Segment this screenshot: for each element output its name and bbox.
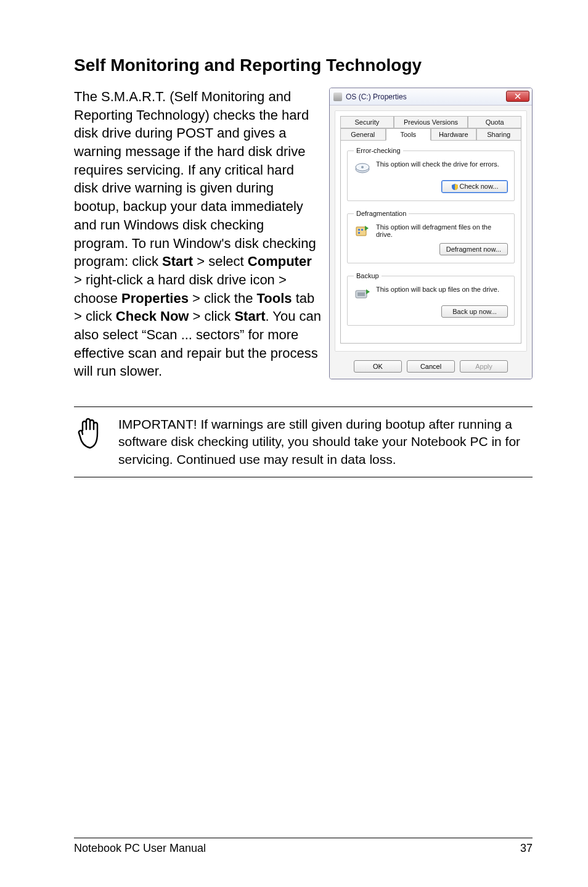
text-fragment: The S.M.A.R.T. (Self Monitoring and Repo… (74, 89, 316, 269)
drive-icon (333, 93, 342, 101)
tabs-row-front: General Tools Hardware Sharing (340, 128, 521, 141)
tab-sharing[interactable]: Sharing (476, 128, 522, 141)
footer-left: Notebook PC User Manual (74, 842, 206, 855)
text-fragment: > click the (189, 291, 257, 306)
legend-backup: Backup (354, 272, 382, 279)
svg-rect-8 (357, 292, 365, 296)
check-now-label: Check now... (460, 183, 499, 190)
shield-icon (451, 183, 459, 191)
close-button[interactable] (506, 91, 529, 102)
svg-rect-6 (358, 232, 360, 234)
backup-icon (354, 286, 371, 300)
section-heading: Self Monitoring and Reporting Technology (74, 56, 533, 75)
bold-check-now: Check Now (116, 308, 189, 324)
disk-check-icon (354, 160, 371, 175)
svg-rect-5 (361, 229, 363, 231)
svg-point-2 (361, 166, 364, 168)
svg-rect-3 (356, 227, 366, 236)
svg-rect-4 (358, 229, 360, 231)
bold-properties: Properties (121, 291, 189, 306)
tab-hardware[interactable]: Hardware (431, 128, 476, 141)
defragment-icon (354, 223, 371, 238)
bold-start: Start (162, 254, 193, 269)
close-icon (515, 93, 521, 99)
error-checking-text: This option will check the drive for err… (376, 160, 508, 168)
dialog-body: Security Previous Versions Quota General… (335, 110, 527, 352)
important-text: IMPORTANT! If warnings are still given d… (118, 416, 533, 468)
tabs-row-back: Security Previous Versions Quota (340, 116, 521, 128)
group-defragmentation: Defragmentation This option will defragm… (347, 210, 515, 263)
apply-button[interactable]: Apply (460, 360, 508, 373)
tab-general[interactable]: General (340, 128, 386, 141)
bold-tools: Tools (257, 291, 292, 306)
cancel-button[interactable]: Cancel (407, 360, 455, 373)
text-fragment: > select (193, 254, 248, 269)
page-footer: Notebook PC User Manual 37 (74, 838, 533, 855)
legend-defragmentation: Defragmentation (354, 210, 409, 217)
legend-error-checking: Error-checking (354, 147, 403, 154)
tab-content-tools: Error-checking This option will check th… (340, 141, 521, 344)
tab-previous-versions[interactable]: Previous Versions (394, 116, 468, 128)
ok-button[interactable]: OK (354, 360, 402, 373)
dialog-title: OS (C:) Properties (346, 93, 407, 101)
group-backup: Backup This option will back up files on… (347, 272, 515, 326)
defragment-now-button[interactable]: Defragment now... (439, 243, 508, 255)
dialog-titlebar: OS (C:) Properties (330, 88, 532, 105)
tab-quota[interactable]: Quota (468, 116, 521, 128)
bold-computer: Computer (248, 254, 312, 269)
tab-security[interactable]: Security (340, 116, 394, 128)
tab-tools[interactable]: Tools (386, 128, 431, 141)
group-error-checking: Error-checking This option will check th… (347, 147, 515, 201)
backup-text: This option will back up files on the dr… (376, 286, 508, 293)
defragmentation-text: This option will defragment files on the… (376, 223, 508, 238)
important-callout: IMPORTANT! If warnings are still given d… (74, 406, 533, 477)
footer-page-number: 37 (520, 842, 533, 855)
check-now-button[interactable]: Check now... (441, 180, 508, 193)
backup-now-button[interactable]: Back up now... (441, 305, 508, 318)
bold-start2: Start (234, 308, 265, 324)
hand-stop-icon (74, 416, 106, 455)
dialog-bottom-buttons: OK Cancel Apply (330, 357, 532, 379)
text-fragment: > click (189, 308, 234, 324)
properties-dialog: OS (C:) Properties Security Previous Ver… (329, 88, 533, 379)
